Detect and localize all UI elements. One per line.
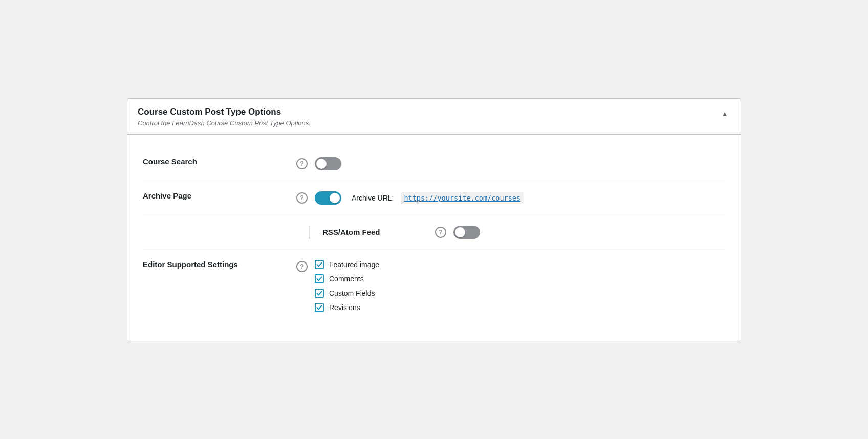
archive-page-toggle[interactable] [315, 191, 341, 205]
custom-fields-checkbox [315, 289, 324, 298]
rss-feed-help-icon[interactable]: ? [435, 227, 446, 238]
revisions-checkbox [315, 303, 324, 312]
comments-checkbox [315, 274, 324, 283]
course-search-label: Course Search [143, 157, 296, 166]
archive-url-link[interactable]: https://yoursite.com/courses [401, 192, 524, 204]
settings-section: Course Search ? Archive Page ? [143, 147, 725, 322]
rss-feed-toggle[interactable] [453, 226, 480, 239]
editor-settings-row: Editor Supported Settings ? Feature [143, 249, 725, 322]
custom-fields-label: Custom Fields [329, 289, 375, 297]
rss-feed-sub-section: RSS/Atom Feed ? [309, 226, 480, 239]
rss-feed-controls: ? [435, 226, 480, 239]
course-search-row: Course Search ? [143, 147, 725, 181]
card-subtitle: Control the LearnDash Course Custom Post… [138, 119, 311, 127]
card-header: Course Custom Post Type Options Control … [127, 99, 741, 135]
archive-page-controls: ? Archive URL: https://yoursite.com/cour… [296, 191, 524, 205]
editor-settings-label: Editor Supported Settings [143, 260, 296, 269]
archive-page-help-icon[interactable]: ? [296, 192, 308, 204]
collapse-arrow-icon: ▲ [721, 109, 728, 118]
rss-feed-row-wrapper: RSS/Atom Feed ? [143, 215, 725, 249]
editor-settings-checkboxes: Featured image Comments [315, 260, 379, 312]
rss-feed-label: RSS/Atom Feed [322, 228, 435, 236]
featured-image-check-icon [316, 261, 322, 268]
revisions-check-icon [316, 304, 322, 311]
collapse-button[interactable]: ▲ [719, 107, 730, 120]
settings-card: Course Custom Post Type Options Control … [127, 98, 741, 341]
archive-page-row: Archive Page ? Archive URL: https://your… [143, 181, 725, 215]
featured-image-item[interactable]: Featured image [315, 260, 379, 269]
rss-feed-slider [453, 226, 480, 239]
archive-page-slider [315, 191, 341, 205]
comments-item[interactable]: Comments [315, 274, 379, 283]
editor-settings-help-icon[interactable]: ? [296, 261, 308, 272]
comments-check-icon [316, 276, 322, 282]
comments-label: Comments [329, 275, 364, 283]
course-search-controls: ? [296, 157, 341, 170]
revisions-item[interactable]: Revisions [315, 303, 379, 312]
course-search-toggle[interactable] [315, 157, 341, 170]
archive-page-label: Archive Page [143, 191, 296, 200]
card-title: Course Custom Post Type Options [138, 107, 311, 117]
course-search-help-icon[interactable]: ? [296, 158, 308, 169]
editor-settings-controls: ? Featured image [296, 260, 379, 312]
revisions-label: Revisions [329, 303, 360, 312]
featured-image-checkbox [315, 260, 324, 269]
card-header-content: Course Custom Post Type Options Control … [138, 107, 311, 127]
custom-fields-item[interactable]: Custom Fields [315, 289, 379, 298]
archive-url-label: Archive URL: [352, 194, 394, 202]
custom-fields-check-icon [316, 290, 322, 296]
featured-image-label: Featured image [329, 260, 379, 269]
card-body: Course Search ? Archive Page ? [127, 135, 741, 341]
course-search-slider [315, 157, 341, 170]
